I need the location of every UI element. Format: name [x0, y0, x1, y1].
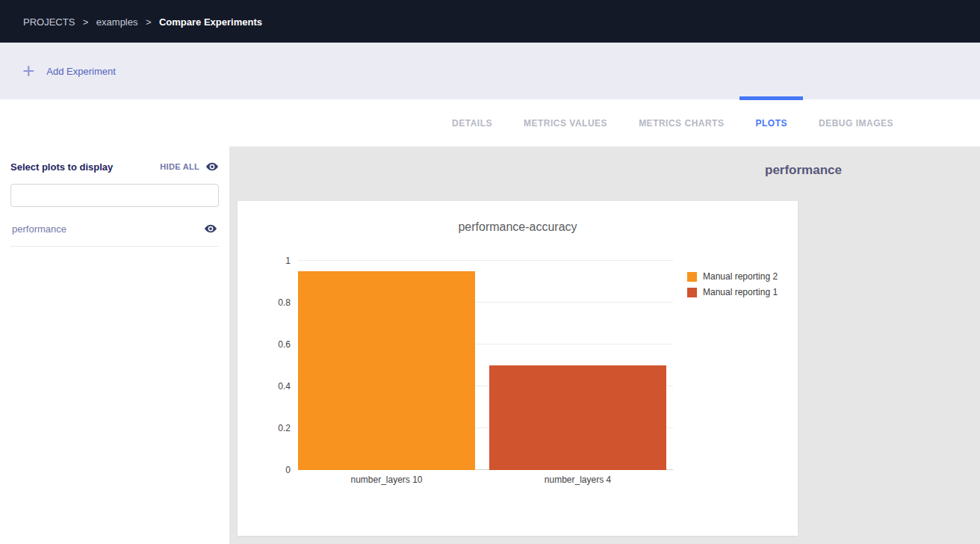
plot-card: performance-accuracy 0 0.2 0.4 0.6 0.8 1	[238, 201, 798, 536]
breadcrumb-current-page: Compare Experiments	[159, 16, 262, 28]
legend-item[interactable]: Manual reporting 1	[687, 287, 778, 297]
hide-all-button[interactable]: HIDE ALL	[160, 160, 219, 173]
breadcrumb-separator: >	[83, 16, 89, 28]
plus-icon[interactable]: +	[22, 61, 34, 81]
top-bar: PROJECTS > examples > Compare Experiment…	[0, 0, 980, 43]
chart-title: performance-accuracy	[238, 201, 798, 234]
tab-metrics-charts[interactable]: METRICS CHARTS	[623, 99, 739, 146]
plot-group-header: performance	[229, 146, 980, 194]
x-tick-label: number_layers 4	[489, 475, 666, 485]
add-experiment-button[interactable]: Add Experiment	[46, 66, 116, 77]
breadcrumb-projects[interactable]: PROJECTS	[23, 16, 75, 28]
breadcrumb-examples[interactable]: examples	[96, 16, 138, 28]
y-tick-label: 0.2	[278, 423, 291, 433]
plot-list-item-performance[interactable]: performance	[10, 222, 219, 247]
x-axis-labels: number_layers 10 number_layers 4	[298, 475, 673, 485]
legend-label: Manual reporting 1	[703, 287, 778, 297]
plot-item-label: performance	[12, 223, 66, 235]
tab-details[interactable]: DETAILS	[436, 99, 508, 146]
plots-sidebar: Select plots to display HIDE ALL perform…	[0, 146, 229, 544]
experiments-toolbar: + Add Experiment	[0, 43, 980, 99]
y-tick-label: 0	[285, 465, 291, 475]
hide-all-label: HIDE ALL	[160, 162, 199, 171]
content-area: Select plots to display HIDE ALL perform…	[0, 146, 980, 544]
chart-bars	[298, 261, 673, 470]
eye-icon	[205, 160, 219, 173]
legend-item[interactable]: Manual reporting 2	[687, 271, 778, 282]
legend-swatch	[687, 288, 697, 297]
bar-number-layers-10[interactable]	[298, 271, 475, 470]
plot-group-title: performance	[428, 163, 980, 178]
x-tick-label: number_layers 10	[298, 475, 475, 485]
y-tick-label: 0.8	[278, 297, 291, 308]
sidebar-title: Select plots to display	[10, 161, 113, 173]
legend-swatch	[687, 272, 697, 282]
tab-metrics-values[interactable]: METRICS VALUES	[508, 99, 623, 146]
compare-tabs: DETAILS METRICS VALUES METRICS CHARTS PL…	[0, 99, 980, 146]
tab-plots[interactable]: PLOTS	[739, 99, 803, 146]
y-tick-label: 1	[285, 256, 291, 266]
chart-plot-area: 0 0.2 0.4 0.6 0.8 1	[298, 261, 673, 470]
chart-legend: Manual reporting 2 Manual reporting 1	[687, 271, 778, 297]
eye-icon[interactable]	[204, 222, 217, 235]
breadcrumb: PROJECTS > examples > Compare Experiment…	[23, 15, 262, 28]
plots-panel: performance performance-accuracy 0 0.2 0…	[229, 146, 980, 544]
sidebar-header: Select plots to display HIDE ALL	[10, 160, 219, 173]
y-tick-label: 0.4	[278, 381, 291, 392]
bar-number-layers-4[interactable]	[489, 365, 666, 470]
legend-label: Manual reporting 2	[703, 271, 778, 282]
plot-filter-input[interactable]	[10, 184, 219, 207]
breadcrumb-separator: >	[146, 16, 152, 28]
tab-debug-images[interactable]: DEBUG IMAGES	[803, 99, 909, 146]
y-tick-label: 0.6	[278, 339, 291, 350]
